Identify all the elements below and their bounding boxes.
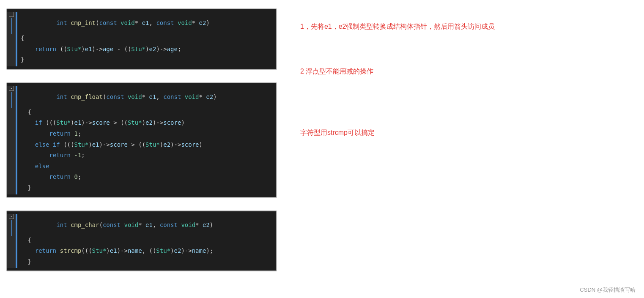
- fold-button-2[interactable]: -: [9, 86, 14, 91]
- annotation-1: 1，先将e1，e2强制类型转换成结构体指针，然后用箭头访问成员: [300, 21, 627, 32]
- code-block-2: - int cmp_float(const void* e1, const vo…: [6, 82, 277, 198]
- annotation-text-2: 2 浮点型不能用减的操作: [300, 66, 627, 77]
- csdn-watermark: CSDN @我轻描淡写哈: [580, 286, 636, 294]
- annotation-3: 字符型用strcmp可以搞定: [300, 127, 627, 138]
- annotation-text-3: 字符型用strcmp可以搞定: [300, 127, 627, 138]
- code-panel: - int cmp_int(const void* e1, const void…: [0, 0, 283, 298]
- fold-button-1[interactable]: -: [9, 12, 14, 17]
- annotation-2: 2 浮点型不能用减的操作: [300, 66, 627, 77]
- code-block-1: - int cmp_int(const void* e1, const void…: [6, 8, 277, 70]
- code-block-3: - int cmp_char(const void* e1, const voi…: [6, 211, 277, 272]
- fold-button-3[interactable]: -: [9, 214, 14, 219]
- annotation-panel: 1，先将e1，e2强制类型转换成结构体指针，然后用箭头访问成员 2 浮点型不能用…: [283, 0, 644, 298]
- annotation-text-1: 1，先将e1，e2强制类型转换成结构体指针，然后用箭头访问成员: [300, 21, 627, 32]
